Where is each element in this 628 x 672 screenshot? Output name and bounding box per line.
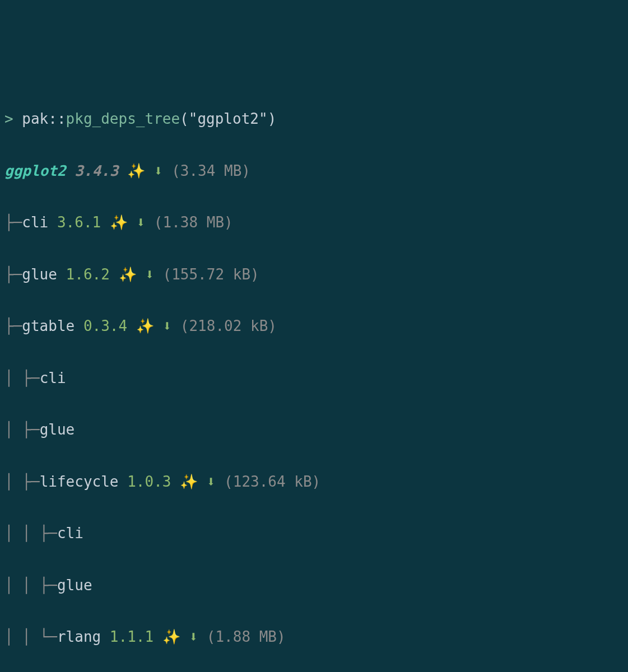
sparkle-icon: ✨ <box>119 266 137 283</box>
pkg-name: cli <box>40 370 66 386</box>
dep-line-cli: ├─cli 3.6.1 ✨ ⬇ (1.38 MB) <box>4 209 624 235</box>
pkg-version: 0.3.4 <box>83 318 127 334</box>
close-paren: ) <box>268 110 277 127</box>
root-pkg-name: ggplot2 <box>4 162 66 179</box>
tree-connector: │ ├─ <box>4 473 40 490</box>
pkg-name: cli <box>57 525 83 542</box>
pkg-size: (123.64 kB) <box>224 473 320 490</box>
pkg-version: 1.0.3 <box>127 473 171 490</box>
root-pkg-size: (3.34 MB) <box>171 162 250 179</box>
sparkle-icon: ✨ <box>110 214 128 231</box>
download-icon: ⬇ <box>189 628 198 645</box>
download-icon: ⬇ <box>162 318 171 334</box>
tree-connector: ├─ <box>4 214 22 231</box>
sparkle-icon: ✨ <box>127 162 145 179</box>
download-icon: ⬇ <box>154 162 163 179</box>
prompt-func: pkg_deps_tree <box>66 110 180 127</box>
pkg-name: lifecycle <box>40 473 119 490</box>
dep-line-glue: ├─glue 1.6.2 ✨ ⬇ (155.72 kB) <box>4 262 624 287</box>
pkg-name: cli <box>22 214 48 231</box>
sparkle-icon: ✨ <box>162 628 180 645</box>
tree-connector: │ │ ├─ <box>4 577 57 594</box>
open-paren: ( <box>180 110 189 127</box>
tree-connector: ├─ <box>4 266 22 283</box>
pkg-size: (1.88 MB) <box>207 628 286 645</box>
sparkle-icon: ✨ <box>180 473 198 490</box>
dep-line-gt-lifecycle: │ ├─lifecycle 1.0.3 ✨ ⬇ (123.64 kB) <box>4 469 624 494</box>
dep-line-gtable: ├─gtable 0.3.4 ✨ ⬇ (218.02 kB) <box>4 313 624 339</box>
prompt-arg: "ggplot2" <box>189 110 268 127</box>
pkg-name: glue <box>22 266 57 283</box>
pkg-version: 1.6.2 <box>66 266 110 283</box>
pkg-name: gtable <box>22 318 75 334</box>
root-pkg-version: 3.4.3 <box>75 162 118 179</box>
pkg-version: 1.1.1 <box>110 628 153 645</box>
pkg-name: glue <box>57 577 92 594</box>
prompt-symbol: > <box>4 110 13 127</box>
root-line: ggplot2 3.4.3 ✨ ⬇ (3.34 MB) <box>4 158 624 184</box>
pkg-name: rlang <box>57 628 101 645</box>
download-icon: ⬇ <box>207 473 216 490</box>
command-line: > pak::pkg_deps_tree("ggplot2") <box>4 106 624 132</box>
dep-line-lf-rlang: │ │ └─rlang 1.1.1 ✨ ⬇ (1.88 MB) <box>4 624 624 650</box>
download-icon: ⬇ <box>137 214 146 231</box>
tree-connector: │ │ ├─ <box>4 525 57 542</box>
tree-connector: │ │ └─ <box>4 628 57 645</box>
prompt-pkg: pak <box>22 110 48 127</box>
dep-line-gt-cli: │ ├─cli <box>4 365 624 391</box>
pkg-size: (155.72 kB) <box>163 266 259 283</box>
dep-line-lf-glue: │ │ ├─glue <box>4 572 624 598</box>
tree-connector: ├─ <box>4 318 22 334</box>
prompt-sep: :: <box>48 110 66 127</box>
dep-line-lf-cli: │ │ ├─cli <box>4 520 624 546</box>
tree-connector: │ ├─ <box>4 421 40 438</box>
pkg-size: (1.38 MB) <box>154 214 233 231</box>
pkg-size: (218.02 kB) <box>180 318 277 334</box>
pkg-name: glue <box>40 421 75 438</box>
pkg-version: 3.6.1 <box>57 214 101 231</box>
download-icon: ⬇ <box>145 266 154 283</box>
tree-connector: │ ├─ <box>4 370 40 386</box>
sparkle-icon: ✨ <box>136 318 154 334</box>
dep-line-gt-glue: │ ├─glue <box>4 417 624 442</box>
